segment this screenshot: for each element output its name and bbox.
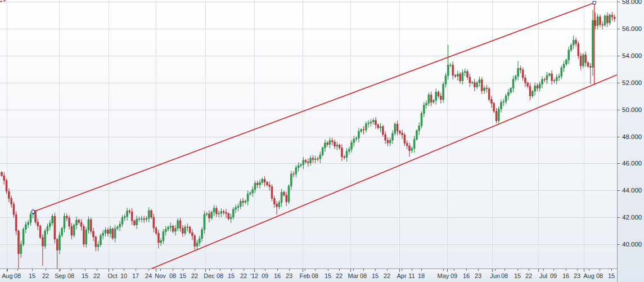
date-tick-label: 23	[286, 272, 292, 279]
date-tick-label: Feb	[300, 272, 310, 279]
date-tick-label: 22	[336, 272, 343, 279]
date-tick-label: Nov	[155, 272, 166, 279]
date-tick-label: 15	[325, 272, 331, 279]
date-tick-label: 11	[408, 272, 415, 279]
price-tick-label: 54.000	[622, 52, 642, 59]
date-tick-label: 09	[550, 272, 557, 279]
date-tick-label: Apr	[397, 272, 406, 279]
date-tick-label: 10	[120, 272, 127, 279]
date-tick-label: 22	[240, 272, 247, 279]
price-tick-label: 46.000	[622, 160, 642, 167]
date-tick-label: '12	[250, 272, 258, 279]
date-tick-label: 22	[93, 272, 100, 279]
date-tick-label: 23	[475, 272, 481, 279]
date-tick-label: Aug	[2, 272, 13, 279]
price-tick-label: 40.000	[622, 241, 642, 248]
date-tick-label: 08	[360, 272, 367, 279]
date-tick-label: 08	[501, 272, 508, 279]
date-tick-label: 08	[312, 272, 318, 279]
date-tick-label: 18	[418, 272, 425, 279]
date-tick-label: 15	[372, 272, 379, 279]
channel-anchor-marker[interactable]	[31, 211, 34, 213]
price-tick-label: 56.000	[622, 25, 642, 32]
date-tick-label: 15	[608, 272, 615, 279]
candlestick-chart-surface[interactable]: 58.00056.00054.00052.00050.00048.00046.0…	[0, 0, 644, 282]
date-tick-label: 23	[574, 272, 580, 279]
date-tick-label: 15	[179, 272, 186, 279]
date-tick-label: May	[438, 272, 449, 279]
date-tick-label: Jul	[539, 272, 547, 279]
price-axis-panel[interactable]	[618, 0, 644, 282]
date-tick-label: Dec	[204, 272, 215, 279]
date-tick-label: Jun	[490, 272, 500, 279]
date-tick-label: 16	[274, 272, 281, 279]
date-tick-label: Mar	[348, 272, 359, 279]
date-tick-label: 22	[42, 272, 49, 279]
price-tick-label: 52.000	[622, 79, 642, 86]
date-tick-label: Aug	[583, 272, 595, 279]
date-tick-label: 16	[562, 272, 569, 279]
date-tick-label: 22	[191, 272, 198, 279]
date-tick-label: 09	[451, 272, 457, 279]
date-tick-label: 09	[262, 272, 268, 279]
price-tick-label: 44.000	[622, 187, 642, 194]
plot-background	[0, 0, 617, 268]
price-tick-label: 42.000	[622, 214, 642, 221]
date-tick-label: 17	[132, 272, 139, 279]
date-tick-label: Sep	[55, 272, 66, 279]
date-tick-label: 08	[169, 272, 176, 279]
date-tick-label: 15	[29, 272, 35, 279]
channel-anchor-marker[interactable]	[593, 1, 596, 4]
price-tick-label: 48.000	[622, 133, 642, 140]
date-tick-label: 08	[217, 272, 223, 279]
date-tick-label: 22	[525, 272, 532, 279]
date-tick-label: 08	[14, 272, 21, 279]
price-tick-label: 58.000	[622, 0, 642, 5]
date-tick-label: 15	[228, 272, 235, 279]
date-tick-label: 16	[463, 272, 470, 279]
date-tick-label: 08	[596, 272, 603, 279]
date-tick-label: 15	[514, 272, 521, 279]
date-tick-label: 22	[384, 272, 390, 279]
date-tick-label: 24	[145, 272, 152, 279]
date-tick-label: 08	[67, 272, 74, 279]
date-tick-label: 15	[82, 272, 88, 279]
date-tick-label: Oct	[107, 272, 117, 279]
chart-window: 58.00056.00054.00052.00050.00048.00046.0…	[0, 0, 644, 282]
price-tick-label: 50.000	[622, 106, 642, 113]
